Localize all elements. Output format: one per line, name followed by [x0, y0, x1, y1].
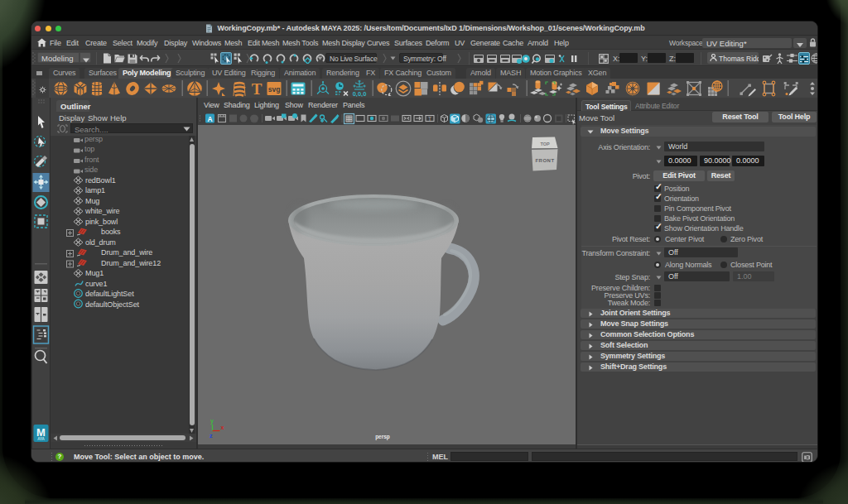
svg-text:y: y — [210, 418, 214, 425]
svg-text:x: x — [221, 425, 224, 430]
svg-text:persp: persp — [375, 434, 390, 440]
svg-text:A: A — [207, 115, 212, 123]
svg-text:T: T — [428, 116, 431, 122]
svg-text:AYA: AYA — [37, 437, 45, 441]
svg-text:TOP: TOP — [540, 142, 550, 146]
svg-text:z: z — [210, 433, 213, 439]
svg-text:FRONT: FRONT — [535, 158, 554, 163]
